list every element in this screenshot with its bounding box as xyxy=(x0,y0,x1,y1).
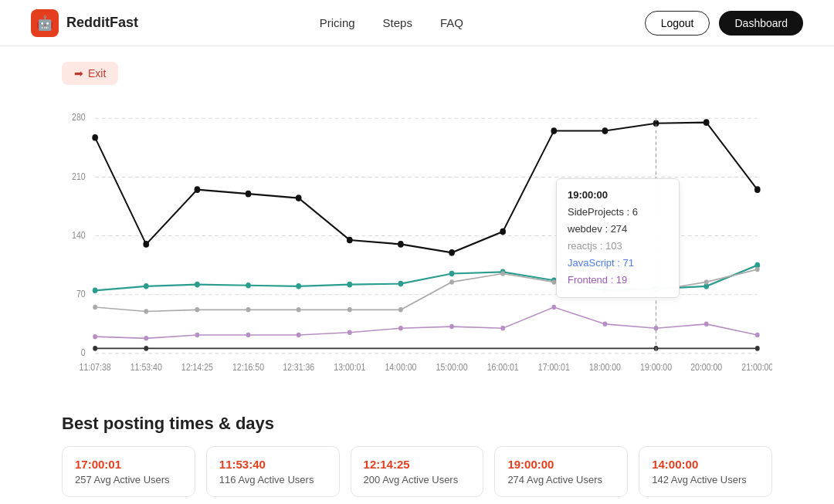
svg-point-31 xyxy=(449,249,455,256)
logo-text: RedditFast xyxy=(66,15,138,31)
svg-point-70 xyxy=(297,333,301,338)
logo: 🤖 RedditFast xyxy=(31,9,138,37)
svg-point-29 xyxy=(347,237,353,244)
svg-point-66 xyxy=(93,334,97,340)
svg-text:210: 210 xyxy=(72,171,86,181)
svg-text:20:00:00: 20:00:00 xyxy=(690,362,722,372)
svg-point-65 xyxy=(755,267,760,272)
svg-point-60 xyxy=(500,271,505,276)
time-card-2: 12:14:25 200 Avg Active Users xyxy=(351,446,484,497)
exit-icon: ➡ xyxy=(74,67,83,79)
svg-text:280: 280 xyxy=(72,113,86,123)
svg-point-52 xyxy=(93,305,97,310)
time-card-4: 14:00:00 142 Avg Active Users xyxy=(639,446,772,497)
svg-point-64 xyxy=(704,279,709,285)
time-card-4-time: 14:00:00 xyxy=(652,458,759,471)
svg-point-38 xyxy=(93,287,98,293)
exit-button[interactable]: ➡ Exit xyxy=(62,62,118,85)
svg-point-75 xyxy=(551,305,556,310)
dashboard-button[interactable]: Dashboard xyxy=(719,11,803,36)
nav-pricing[interactable]: Pricing xyxy=(320,16,355,29)
svg-point-81 xyxy=(144,346,148,351)
svg-point-30 xyxy=(398,241,404,248)
time-card-0-label: 257 Avg Active Users xyxy=(75,474,182,485)
svg-text:12:14:25: 12:14:25 xyxy=(181,362,213,372)
svg-point-39 xyxy=(144,283,149,289)
svg-point-24 xyxy=(92,134,98,141)
time-card-0: 17:00:01 257 Avg Active Users xyxy=(62,446,195,497)
svg-point-36 xyxy=(703,119,710,126)
svg-point-74 xyxy=(500,326,505,331)
svg-text:70: 70 xyxy=(76,289,86,299)
svg-point-37 xyxy=(754,186,761,193)
time-card-2-time: 12:14:25 xyxy=(364,458,471,471)
svg-point-41 xyxy=(246,282,251,289)
svg-point-33 xyxy=(551,127,557,134)
svg-point-67 xyxy=(144,336,148,341)
time-card-3-label: 274 Avg Active Users xyxy=(507,474,615,485)
svg-point-59 xyxy=(449,279,454,285)
main-content: ➡ Exit .grid-line { stroke: #ddd; stroke… xyxy=(0,46,834,504)
svg-text:0: 0 xyxy=(81,348,86,358)
svg-point-71 xyxy=(348,330,352,335)
svg-point-56 xyxy=(297,307,301,313)
svg-text:140: 140 xyxy=(72,230,86,240)
svg-point-42 xyxy=(296,283,301,289)
svg-point-25 xyxy=(143,241,149,248)
exit-label: Exit xyxy=(88,67,106,79)
svg-text:14:00:00: 14:00:00 xyxy=(385,362,416,372)
svg-point-43 xyxy=(347,282,352,288)
time-card-1-time: 11:53:40 xyxy=(219,458,327,471)
svg-point-54 xyxy=(195,307,200,313)
time-card-0-time: 17:00:01 xyxy=(75,458,182,471)
time-card-2-label: 200 Avg Active Users xyxy=(364,474,471,485)
svg-text:17:00:01: 17:00:01 xyxy=(538,362,570,372)
time-card-1-label: 116 Avg Active Users xyxy=(219,474,327,485)
svg-point-40 xyxy=(195,282,200,288)
header-actions: Logout Dashboard xyxy=(645,11,803,36)
svg-point-44 xyxy=(398,281,404,287)
svg-text:12:16:50: 12:16:50 xyxy=(232,362,264,372)
svg-point-53 xyxy=(144,309,148,314)
svg-point-82 xyxy=(755,346,760,351)
section-title: Best posting times & days xyxy=(62,414,772,434)
svg-point-57 xyxy=(348,307,352,313)
svg-point-58 xyxy=(398,307,403,313)
svg-point-26 xyxy=(195,186,201,193)
svg-text:19:00:00: 19:00:00 xyxy=(640,362,672,372)
svg-point-55 xyxy=(246,307,251,313)
svg-text:21:00:00: 21:00:00 xyxy=(741,362,772,372)
svg-point-79 xyxy=(755,333,760,338)
header: 🤖 RedditFast Pricing Steps FAQ Logout Da… xyxy=(0,0,834,46)
svg-point-78 xyxy=(704,322,709,327)
svg-point-62 xyxy=(603,284,608,289)
svg-point-73 xyxy=(449,324,454,330)
svg-text:12:31:36: 12:31:36 xyxy=(283,362,314,372)
time-cards: 17:00:01 257 Avg Active Users 11:53:40 1… xyxy=(62,446,772,497)
svg-text:13:00:01: 13:00:01 xyxy=(334,362,365,372)
logo-icon: 🤖 xyxy=(31,9,59,37)
svg-point-68 xyxy=(195,333,200,338)
svg-point-27 xyxy=(246,191,252,198)
svg-text:18:00:00: 18:00:00 xyxy=(589,362,621,372)
svg-point-69 xyxy=(246,333,251,338)
svg-text:11:07:38: 11:07:38 xyxy=(80,362,111,372)
logout-button[interactable]: Logout xyxy=(645,11,710,36)
time-card-3-time: 19:00:00 xyxy=(507,458,615,471)
svg-point-61 xyxy=(551,279,556,285)
main-nav: Pricing Steps FAQ xyxy=(320,16,463,29)
svg-point-72 xyxy=(398,326,403,331)
svg-point-45 xyxy=(449,271,455,277)
time-card-1: 11:53:40 116 Avg Active Users xyxy=(206,446,340,497)
time-card-3: 19:00:00 274 Avg Active Users xyxy=(494,446,628,497)
chart-container: .grid-line { stroke: #ddd; stroke-width:… xyxy=(62,97,772,383)
svg-point-32 xyxy=(500,228,506,235)
nav-faq[interactable]: FAQ xyxy=(440,16,463,29)
svg-point-34 xyxy=(602,127,609,134)
svg-point-80 xyxy=(93,346,97,351)
svg-point-28 xyxy=(296,194,302,201)
line-chart: .grid-line { stroke: #ddd; stroke-width:… xyxy=(62,97,772,383)
svg-text:15:00:00: 15:00:00 xyxy=(436,362,468,372)
svg-point-76 xyxy=(603,322,608,327)
nav-steps[interactable]: Steps xyxy=(383,16,412,29)
